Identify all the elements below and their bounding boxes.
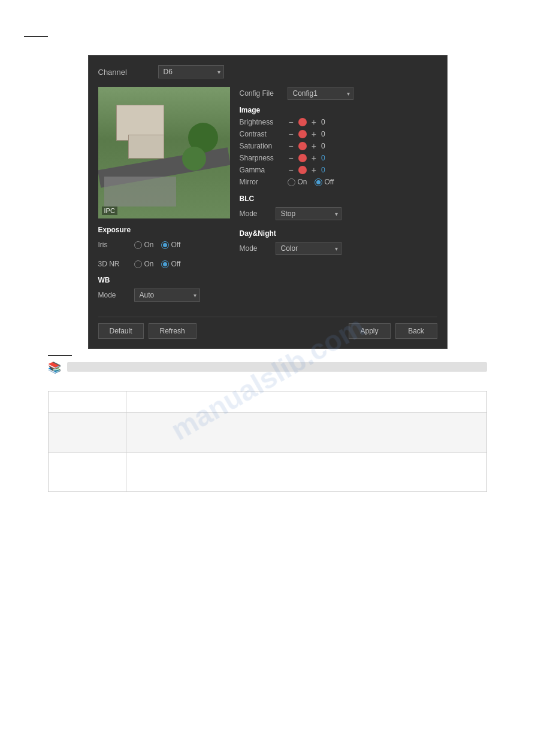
iris-radio-group: On Off: [134, 241, 181, 249]
gamma-plus[interactable]: +: [310, 166, 318, 174]
wb-mode-select-wrapper[interactable]: Auto: [134, 289, 200, 302]
contrast-dot[interactable]: [298, 130, 307, 138]
daynight-title: Day&Night: [240, 229, 437, 238]
daynight-mode-select[interactable]: Color: [276, 242, 341, 255]
sharpness-minus[interactable]: −: [288, 154, 295, 162]
mirror-label: Mirror: [240, 178, 288, 186]
gamma-value: 0: [321, 166, 331, 174]
mirror-on-option[interactable]: On: [288, 178, 307, 186]
blc-mode-label: Mode: [240, 210, 276, 218]
default-button[interactable]: Default: [98, 323, 144, 339]
saturation-minus[interactable]: −: [288, 142, 295, 150]
contrast-minus[interactable]: −: [288, 130, 295, 138]
mirror-on-radio[interactable]: [288, 178, 295, 186]
brightness-minus[interactable]: −: [288, 118, 295, 126]
mirror-off-option[interactable]: Off: [315, 178, 334, 186]
brightness-label: Brightness: [240, 118, 288, 126]
config-file-select[interactable]: Config1: [288, 87, 353, 100]
gamma-controls: − + 0: [288, 166, 331, 174]
brightness-controls: − + 0: [288, 118, 331, 126]
config-file-row: Config File Config1: [240, 87, 437, 100]
gamma-row: Gamma − + 0: [240, 166, 437, 174]
table-cell: [126, 413, 487, 453]
sharpness-plus[interactable]: +: [310, 154, 318, 162]
blc-mode-row: Mode Stop: [240, 207, 437, 221]
nr-off-radio[interactable]: [161, 260, 169, 268]
table-cell: [49, 391, 126, 413]
iris-off-option[interactable]: Off: [161, 241, 181, 249]
table-row: [49, 391, 487, 413]
wb-mode-row: Mode Auto: [98, 288, 230, 302]
table-cell: [49, 413, 126, 453]
mirror-row: Mirror On Off: [240, 178, 437, 186]
daynight-section: Day&Night Mode Color: [240, 229, 437, 256]
blc-mode-select[interactable]: Stop: [276, 207, 341, 220]
table-cell: [126, 453, 487, 492]
saturation-dot[interactable]: [298, 142, 307, 150]
saturation-plus[interactable]: +: [310, 142, 318, 150]
data-table: [48, 391, 487, 492]
gamma-label: Gamma: [240, 166, 288, 174]
3dnr-label: 3D NR: [98, 260, 134, 268]
saturation-label: Saturation: [240, 142, 288, 150]
saturation-row: Saturation − + 0: [240, 142, 437, 150]
sharpness-row: Sharpness − + 0: [240, 154, 437, 162]
gamma-dot[interactable]: [298, 166, 307, 174]
apply-button[interactable]: Apply: [349, 323, 391, 339]
contrast-label: Contrast: [240, 130, 288, 138]
table-section: [48, 391, 487, 492]
iris-row: Iris On Off: [98, 238, 230, 252]
exposure-title: Exposure: [98, 226, 230, 234]
exposure-section: Exposure Iris On Off: [98, 226, 230, 271]
saturation-value: 0: [321, 142, 331, 150]
wb-title: WB: [98, 276, 230, 284]
sharpness-controls: − + 0: [288, 154, 331, 162]
brightness-plus[interactable]: +: [310, 118, 318, 126]
config-file-label: Config File: [240, 89, 288, 98]
settings-panel: Channel D6: [88, 55, 448, 349]
contrast-value: 0: [321, 130, 331, 138]
back-button[interactable]: Back: [395, 323, 437, 339]
footer-right: Apply Back: [349, 323, 437, 339]
daynight-mode-select-wrapper[interactable]: Color: [276, 242, 341, 255]
blc-mode-select-wrapper[interactable]: Stop: [276, 207, 341, 220]
mirror-on-label: On: [298, 178, 307, 186]
refresh-button[interactable]: Refresh: [149, 323, 197, 339]
sharpness-dot[interactable]: [298, 154, 307, 162]
iris-off-radio[interactable]: [161, 241, 169, 249]
3dnr-row: 3D NR On Off: [98, 257, 230, 271]
iris-off-label: Off: [171, 241, 181, 249]
blc-title: BLC: [240, 195, 437, 203]
iris-on-label: On: [144, 241, 154, 249]
channel-select-wrapper[interactable]: D6: [158, 65, 224, 78]
brightness-row: Brightness − + 0: [240, 118, 437, 126]
daynight-mode-row: Mode Color: [240, 241, 437, 256]
channel-label: Channel: [98, 68, 146, 77]
contrast-plus[interactable]: +: [310, 130, 318, 138]
nr-on-radio[interactable]: [134, 260, 142, 268]
table-row: [49, 413, 487, 453]
image-section-title: Image: [240, 106, 437, 114]
nr-off-option[interactable]: Off: [161, 260, 181, 268]
config-file-select-wrapper[interactable]: Config1: [288, 87, 353, 100]
gamma-minus[interactable]: −: [288, 166, 295, 174]
iris-on-radio[interactable]: [134, 241, 142, 249]
brightness-dot[interactable]: [298, 118, 307, 126]
preview-scene: [98, 87, 230, 218]
sharpness-value: 0: [321, 154, 331, 162]
panel-footer: Default Refresh Apply Back: [98, 317, 437, 339]
right-column: Config File Config1 Image Brightness −: [240, 87, 437, 307]
top-divider: [24, 36, 48, 37]
wb-section: WB Mode Auto: [98, 276, 230, 302]
contrast-controls: − + 0: [288, 130, 331, 138]
contrast-row: Contrast − + 0: [240, 130, 437, 138]
mirror-off-label: Off: [325, 178, 334, 186]
camera-preview-label: IPC: [102, 207, 117, 215]
mirror-off-radio[interactable]: [315, 178, 322, 186]
nr-off-label: Off: [171, 260, 181, 268]
wb-mode-select[interactable]: Auto: [134, 289, 200, 302]
nr-on-option[interactable]: On: [134, 260, 154, 268]
iris-on-option[interactable]: On: [134, 241, 154, 249]
channel-select[interactable]: D6: [158, 65, 224, 78]
camera-preview: IPC: [98, 87, 230, 218]
